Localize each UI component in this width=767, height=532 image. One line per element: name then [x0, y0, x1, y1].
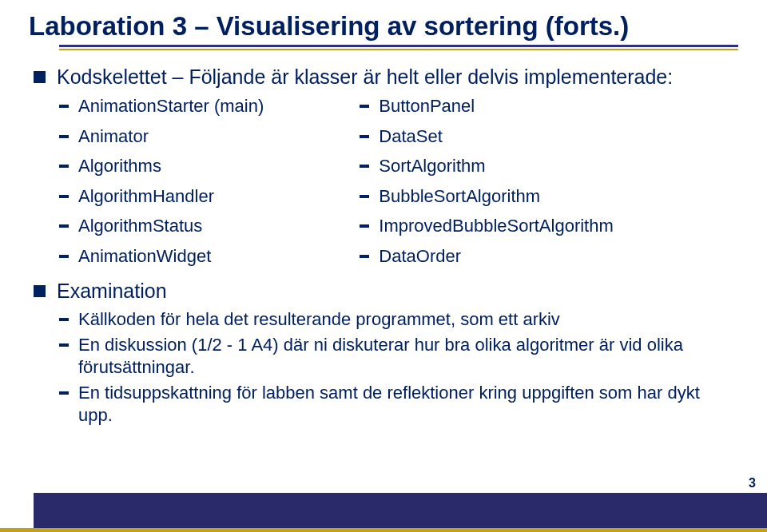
footer — [0, 493, 767, 532]
footer-stripe — [0, 528, 767, 532]
dash-bullet-icon — [59, 195, 69, 198]
list-item: DataSet — [360, 125, 613, 148]
list-item: AnimationWidget — [59, 245, 264, 268]
section1-heading: Kodskelettet – Följande är klasser är he… — [34, 65, 738, 89]
list-item: Källkoden för hela det resulterande prog… — [59, 308, 738, 331]
dash-bullet-icon — [59, 343, 69, 347]
dash-bullet-icon — [59, 224, 69, 228]
list-item: SortAlgorithm — [360, 155, 613, 177]
list-item: En diskussion (1/2 - 1 A4) där ni diskut… — [59, 334, 738, 378]
dash-bullet-icon — [59, 135, 69, 138]
dash-bullet-icon — [59, 165, 69, 168]
section1-heading-text: Kodskelettet – Följande är klasser är he… — [57, 65, 673, 89]
dash-bullet-icon — [360, 105, 369, 108]
section2-heading: Examination — [34, 279, 738, 304]
dash-bullet-icon — [59, 318, 69, 321]
class-columns: AnimationStarter (main) Animator Algorit… — [59, 91, 738, 271]
footer-band — [34, 493, 767, 528]
dash-bullet-icon — [59, 255, 69, 258]
class-column-right: ButtonPanel DataSet SortAlgorithm Bubble… — [360, 91, 613, 271]
section2-heading-text: Examination — [57, 279, 167, 304]
slide-title: Laboration 3 – Visualisering av sorterin… — [29, 11, 738, 42]
dash-bullet-icon — [59, 391, 69, 395]
dash-bullet-icon — [360, 224, 369, 228]
list-item: BubbleSortAlgorithm — [360, 185, 613, 208]
list-item: Animator — [59, 125, 264, 148]
list-item: En tidsuppskattning för labben samt de r… — [59, 382, 738, 426]
list-item: ButtonPanel — [360, 95, 613, 117]
square-bullet-icon — [34, 285, 46, 297]
list-item: AlgorithmHandler — [59, 185, 264, 208]
examination-items: Källkoden för hela det resulterande prog… — [59, 308, 738, 427]
dash-bullet-icon — [59, 105, 69, 108]
slide: Laboration 3 – Visualisering av sorterin… — [0, 0, 767, 532]
dash-bullet-icon — [360, 165, 369, 168]
list-item: AlgorithmStatus — [59, 215, 264, 237]
title-rule — [59, 45, 738, 50]
dash-bullet-icon — [360, 195, 369, 198]
list-item: Algorithms — [59, 155, 264, 177]
dash-bullet-icon — [360, 255, 369, 258]
class-column-left: AnimationStarter (main) Animator Algorit… — [59, 91, 264, 271]
list-item: DataOrder — [360, 245, 613, 268]
list-item: AnimationStarter (main) — [59, 95, 264, 117]
page-number: 3 — [749, 476, 756, 490]
list-item: ImprovedBubbleSortAlgorithm — [360, 215, 613, 237]
slide-content: Kodskelettet – Följande är klasser är he… — [29, 65, 738, 426]
dash-bullet-icon — [360, 135, 369, 138]
square-bullet-icon — [34, 71, 46, 83]
